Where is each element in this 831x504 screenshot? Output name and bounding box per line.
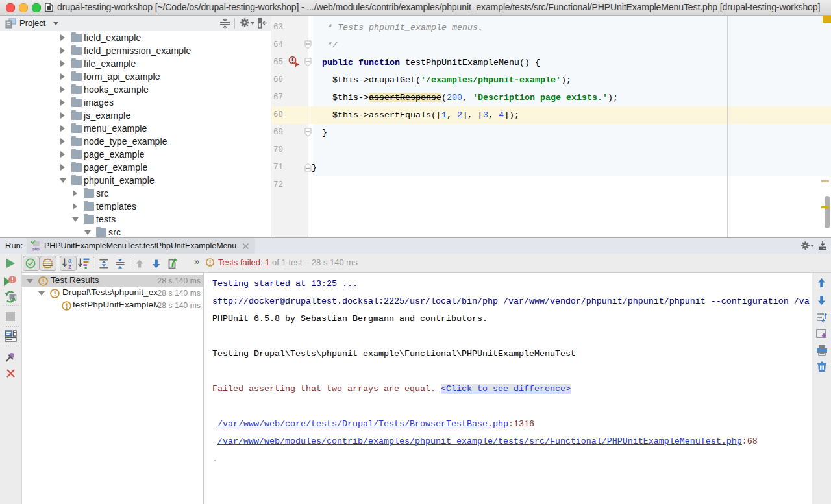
svg-text:php: php: [32, 246, 40, 251]
svg-text:z: z: [68, 263, 71, 269]
